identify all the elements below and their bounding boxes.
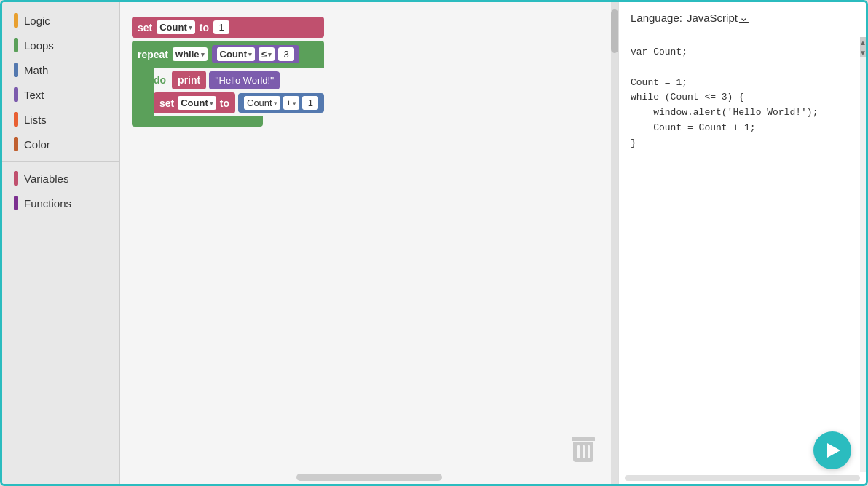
text-color-bar [14,87,18,102]
sidebar-item-color[interactable]: Color [2,132,119,156]
logic-color-bar [14,13,18,28]
value-1[interactable]: 1 [213,20,229,34]
sidebar-item-functions[interactable]: Functions [2,191,119,215]
to-label: to [200,22,209,33]
count-dropdown-1[interactable]: Count ▾ [157,20,195,34]
canvas-inner: set Count ▾ to 1 repeat [120,2,618,484]
plus-value[interactable]: 1 [302,96,318,110]
plus-dropdown[interactable]: + ▾ [283,96,300,110]
blocks-area: set Count ▾ to 1 repeat [132,17,324,127]
sidebar-item-math[interactable]: Math [2,57,119,82]
dropdown-arrow-1: ▾ [189,24,192,31]
repeat-left-bracket [132,68,154,116]
canvas-vscroll-thumb[interactable] [611,9,618,53]
sidebar-item-loops[interactable]: Loops [2,33,119,57]
sidebar-item-logic[interactable]: Logic [2,8,119,33]
dropdown-arrow-3: ▾ [268,51,272,58]
sidebar-label-text: Text [24,89,44,101]
set-block-2[interactable]: set Count ▾ to [154,92,235,113]
canvas-hscroll[interactable] [296,474,442,481]
repeat-block: repeat while ▾ Count ▾ [132,41,324,127]
trash-body [573,442,593,462]
variables-color-bar [14,171,18,186]
trash-line-3 [588,445,590,458]
repeat-label: repeat [138,49,168,60]
language-label: Language: [631,12,682,24]
code-vscroll: ▲ ▼ [860,37,866,472]
set-label: set [138,22,152,33]
set-count-row-2: set Count ▾ to [154,92,324,113]
do-print-row: do print " Hello World! " [154,71,324,89]
close-quote: " [270,74,274,87]
sidebar-item-variables[interactable]: Variables [2,166,119,191]
app-container: Logic Loops Math Text Lists Color Variab… [0,0,868,486]
color-color-bar [14,137,18,151]
sidebar-divider [2,161,119,162]
dropdown-arrow-2: ▾ [248,51,252,58]
open-quote: " [215,74,218,87]
to-label-2: to [220,97,229,109]
sidebar-label-variables: Variables [24,172,68,185]
sidebar: Logic Loops Math Text Lists Color Variab… [2,2,120,484]
language-select[interactable]: JavaScript ⌄ [687,11,749,24]
code-hscroll[interactable] [625,475,860,481]
condition-block[interactable]: Count ▾ ≤ ▾ 3 [212,45,300,63]
sidebar-label-color: Color [24,138,50,151]
sidebar-label-math: Math [24,64,48,76]
count-dropdown-4[interactable]: Count ▾ [244,96,280,110]
math-color-bar [14,63,18,77]
operator-dropdown[interactable]: ≤ ▾ [259,47,275,61]
trash-icon[interactable] [570,434,596,463]
block-canvas[interactable]: set Count ▾ to 1 repeat [120,2,618,484]
set-label-2: set [159,97,174,109]
count-dropdown-3[interactable]: Count ▾ [178,96,216,110]
canvas-vscroll [611,2,618,484]
dropdown-arrow-6: ▾ [293,100,296,107]
program-stack: set Count ▾ to 1 repeat [132,17,324,127]
language-chevron: ⌄ [739,11,749,24]
trash-line-2 [583,445,585,458]
string-value: Hello World! [219,75,271,86]
run-button[interactable] [813,431,851,469]
code-scroll-up[interactable]: ▲ [860,37,866,47]
lists-color-bar [14,112,18,127]
sidebar-item-text[interactable]: Text [2,82,119,107]
count-dropdown-2[interactable]: Count ▾ [217,47,256,61]
trash-lid [572,437,595,441]
repeat-bottom [132,116,263,127]
set-count-block[interactable]: set Count ▾ to 1 [132,17,324,38]
while-arrow: ▾ [201,51,205,58]
sidebar-label-logic: Logic [24,15,50,27]
repeat-top[interactable]: repeat while ▾ Count ▾ [132,41,324,68]
sidebar-label-lists: Lists [24,113,47,126]
math-expr-block[interactable]: Count ▾ + ▾ 1 [238,93,324,113]
while-dropdown[interactable]: while ▾ [173,47,208,61]
main-area: set Count ▾ to 1 repeat [120,2,866,484]
print-label: print [178,74,200,86]
condition-value[interactable]: 3 [278,47,294,61]
sidebar-label-loops: Loops [24,39,54,52]
sidebar-label-functions: Functions [24,197,71,210]
dropdown-arrow-5: ▾ [274,100,277,107]
repeat-inner-wrap: do print " Hello World! " [132,68,324,116]
sidebar-item-lists[interactable]: Lists [2,107,119,132]
language-value: JavaScript [687,12,738,24]
trash-line-1 [577,445,580,458]
play-icon [827,443,840,458]
loops-color-bar [14,38,18,52]
code-panel: Language: JavaScript ⌄ var Count; Count … [618,2,866,484]
dropdown-arrow-4: ▾ [210,100,213,107]
repeat-inner: do print " Hello World! " [154,68,324,116]
do-label: do [154,74,166,86]
code-body: var Count; Count = 1; while (Count <= 3)… [619,33,866,484]
string-block[interactable]: " Hello World! " [209,71,280,89]
functions-color-bar [14,196,18,210]
code-header: Language: JavaScript ⌄ [619,2,866,33]
print-block[interactable]: print [172,71,206,89]
code-scroll-down[interactable]: ▼ [860,47,866,57]
